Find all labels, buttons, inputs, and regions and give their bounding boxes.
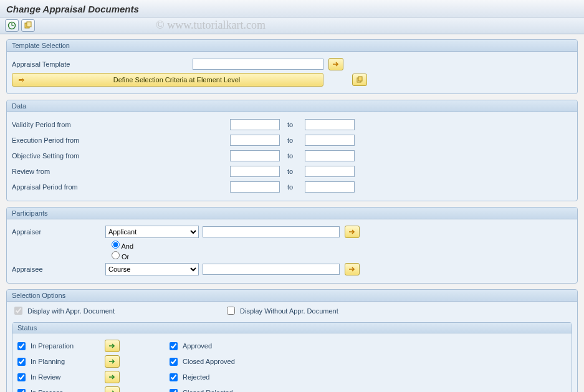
define-criteria-label: Define Selection Criteria at Element Lev… xyxy=(31,76,323,84)
status-checkbox[interactable]: Closed Approved xyxy=(170,358,257,366)
variant-button[interactable] xyxy=(21,19,35,32)
status-row: In Process xyxy=(17,386,120,392)
execute-button[interactable] xyxy=(5,19,19,32)
to-label: to xyxy=(280,183,305,191)
group-title-data: Data xyxy=(7,100,577,112)
period-from-input[interactable] xyxy=(230,150,280,161)
content-area: Template Selection Appraisal Template ⇨ … xyxy=(0,34,584,392)
period-to-input[interactable] xyxy=(305,166,355,177)
status-row: In Planning xyxy=(17,355,120,368)
appraiser-value-input[interactable] xyxy=(203,226,340,237)
appraiser-type-select[interactable]: Applicant xyxy=(105,226,199,238)
period-from-input[interactable] xyxy=(230,119,280,130)
group-title-participants: Participants xyxy=(7,208,577,219)
multi-select-button-template[interactable] xyxy=(328,58,343,70)
arrow-right-icon: ⇨ xyxy=(19,76,24,84)
logic-and-radio[interactable]: And xyxy=(112,242,133,250)
page-title: Change Appraisal Documents xyxy=(0,0,584,17)
status-multi-select-button[interactable] xyxy=(105,386,120,392)
group-selection-options: Selection Options Display with Appr. Doc… xyxy=(6,289,578,392)
status-multi-select-button[interactable] xyxy=(105,371,120,383)
data-row-label: Objective Setting from xyxy=(12,152,105,160)
data-row: Review fromto xyxy=(12,165,572,178)
status-checkbox[interactable]: Approved xyxy=(170,342,257,350)
period-to-input[interactable] xyxy=(305,181,355,193)
period-from-input[interactable] xyxy=(230,181,280,193)
status-row: Closed Approved xyxy=(170,355,257,368)
group-title-template: Template Selection xyxy=(7,40,577,52)
status-row: In Review xyxy=(17,370,120,384)
period-to-input[interactable] xyxy=(305,119,355,130)
group-data: Data Validity Period fromtoExecution Per… xyxy=(6,100,578,201)
status-multi-select-button[interactable] xyxy=(105,340,120,352)
appraisal-template-label: Appraisal Template xyxy=(12,60,105,68)
data-row: Validity Period fromto xyxy=(12,118,572,131)
status-checkbox[interactable]: In Preparation xyxy=(17,342,86,350)
logic-or-radio[interactable]: Or xyxy=(112,253,129,261)
appraiser-label: Appraiser xyxy=(12,228,105,236)
to-label: to xyxy=(280,168,305,175)
display-without-checkbox[interactable]: Display Without Appr. Document xyxy=(227,307,338,315)
group-participants: Participants Appraiser Applicant And Or xyxy=(6,207,578,284)
data-row: Execution Period fromto xyxy=(12,133,572,147)
status-row: Approved xyxy=(170,339,257,353)
period-to-input[interactable] xyxy=(305,150,355,161)
status-checkbox[interactable]: Rejected xyxy=(170,373,257,381)
data-row-label: Review from xyxy=(12,168,105,175)
appraisee-value-input[interactable] xyxy=(203,264,340,275)
status-checkbox[interactable]: Closed Rejected xyxy=(170,389,257,393)
status-row: Rejected xyxy=(170,370,257,384)
period-to-input[interactable] xyxy=(305,135,355,146)
toolbar xyxy=(0,17,584,34)
multi-select-button-appraiser[interactable] xyxy=(345,226,360,238)
group-title-selection: Selection Options xyxy=(7,290,577,302)
subgroup-title-status: Status xyxy=(12,323,572,333)
status-checkbox[interactable]: In Planning xyxy=(17,358,86,366)
define-criteria-button[interactable]: ⇨ Define Selection Criteria at Element L… xyxy=(12,73,323,87)
appraisee-type-select[interactable]: Course xyxy=(105,263,199,275)
svg-rect-4 xyxy=(27,22,31,27)
status-checkbox[interactable]: In Process xyxy=(17,389,86,393)
data-row: Appraisal Period fromto xyxy=(12,180,572,194)
to-label: to xyxy=(280,152,305,160)
data-row: Objective Setting fromto xyxy=(12,149,572,163)
svg-rect-6 xyxy=(358,77,362,81)
appraisee-label: Appraisee xyxy=(12,265,105,273)
status-checkbox[interactable]: In Review xyxy=(17,373,86,381)
group-template-selection: Template Selection Appraisal Template ⇨ … xyxy=(6,39,578,94)
to-label: to xyxy=(280,136,305,144)
copy-selection-button[interactable] xyxy=(352,74,367,86)
data-row-label: Appraisal Period from xyxy=(12,183,105,191)
multi-select-button-appraisee[interactable] xyxy=(345,263,360,275)
period-from-input[interactable] xyxy=(230,135,280,146)
to-label: to xyxy=(280,121,305,128)
display-with-checkbox: Display with Appr. Document xyxy=(14,307,115,315)
data-row-label: Execution Period from xyxy=(12,136,105,144)
period-from-input[interactable] xyxy=(230,166,280,177)
status-row: Closed Rejected xyxy=(170,386,257,392)
subgroup-status: Status In Preparation In Planning In Rev… xyxy=(12,322,572,392)
data-row-label: Validity Period from xyxy=(12,121,105,128)
appraisal-template-input[interactable] xyxy=(193,59,323,70)
status-row: In Preparation xyxy=(17,339,120,353)
status-multi-select-button[interactable] xyxy=(105,355,120,368)
